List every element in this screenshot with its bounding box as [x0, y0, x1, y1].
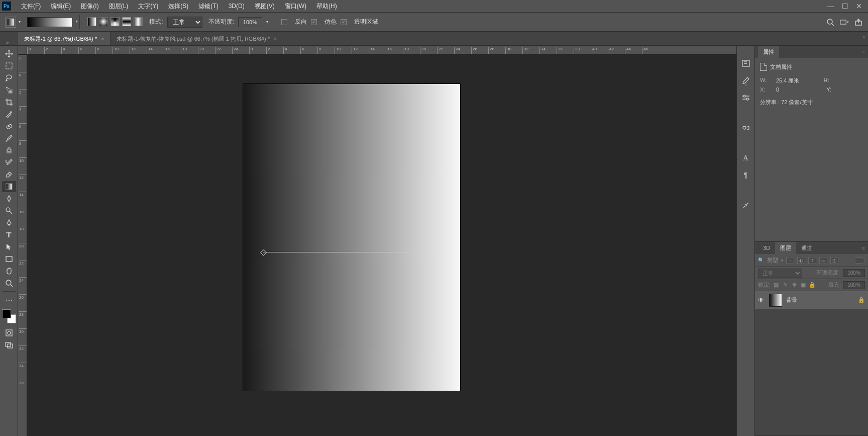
minimize-button[interactable]: — [824, 1, 838, 11]
tab-close-icon[interactable]: × [274, 36, 277, 42]
eraser-tool[interactable] [2, 169, 16, 180]
stamp-tool[interactable] [2, 145, 16, 156]
brushes-panel-icon[interactable] [740, 75, 751, 86]
filter-pixel-icon[interactable]: ▫ [786, 257, 794, 264]
search-icon[interactable] [826, 18, 835, 27]
tool-presets-panel-icon[interactable] [740, 200, 751, 211]
dodge-tool[interactable] [2, 205, 16, 216]
lock-all-icon[interactable]: 🔒 [809, 282, 816, 289]
collapse-panels-icon[interactable]: » [862, 35, 865, 40]
filter-adjustment-icon[interactable]: ◐ [797, 257, 805, 264]
quick-select-tool[interactable] [2, 84, 16, 96]
blur-tool[interactable] [2, 193, 16, 204]
diamond-gradient-button[interactable] [134, 17, 143, 26]
vertical-ruler[interactable]: 2024681012141618202224262830323436 [18, 55, 27, 436]
ruler-origin[interactable] [18, 46, 27, 55]
layer-opacity-input[interactable] [843, 269, 865, 277]
layer-blend-mode-select[interactable]: 正常 [758, 269, 802, 278]
blend-mode-select[interactable]: 正常 [167, 17, 202, 28]
layer-item-background[interactable]: 👁 背景 🔒 [755, 291, 868, 309]
menu-select[interactable]: 选择(S) [163, 0, 193, 13]
lock-artboard-icon[interactable]: ▣ [800, 282, 807, 289]
menu-image[interactable]: 图像(I) [76, 0, 103, 13]
eyedropper-tool[interactable] [2, 109, 16, 120]
type-tool[interactable]: T [2, 229, 16, 240]
panel-menu-icon[interactable]: ≡ [859, 245, 868, 251]
document-tab[interactable]: 未标题-1-恢复的-恢复的.psd @ 66.7% (椭圆 1 拷贝, RGB/… [111, 32, 283, 45]
healing-brush-tool[interactable] [2, 121, 16, 132]
layer-thumbnail[interactable] [769, 294, 782, 307]
filter-shape-icon[interactable]: ▭ [819, 257, 827, 264]
filter-type-select[interactable]: 类型 [767, 256, 778, 264]
quick-mask-button[interactable] [2, 327, 16, 338]
visibility-toggle-icon[interactable]: 👁 [758, 297, 765, 304]
share-icon[interactable] [854, 18, 863, 27]
lasso-tool[interactable] [2, 72, 16, 83]
layer-name[interactable]: 背景 [786, 296, 797, 304]
edit-toolbar-button[interactable]: ⋯ [2, 295, 16, 306]
radial-gradient-button[interactable] [99, 17, 108, 26]
channels-tab[interactable]: 通道 [796, 242, 817, 254]
lock-transparency-icon[interactable]: ▦ [773, 282, 780, 289]
transparency-checkbox[interactable] [341, 19, 347, 25]
menu-window[interactable]: 窗口(W) [280, 0, 311, 13]
color-swatches[interactable] [2, 309, 16, 323]
3d-tab[interactable]: 3D [758, 242, 775, 254]
tab-close-icon[interactable]: × [101, 36, 104, 42]
lock-pixels-icon[interactable]: ✎ [782, 282, 789, 289]
shape-tool[interactable] [2, 253, 16, 265]
menu-file[interactable]: 文件(F) [16, 0, 46, 13]
lock-position-icon[interactable]: ✥ [791, 282, 798, 289]
filter-type-icon[interactable]: T [808, 257, 816, 264]
horizontal-ruler[interactable]: 0246810121416182022240246810121416182022… [27, 46, 736, 55]
linear-gradient-button[interactable] [87, 17, 96, 26]
fill-input[interactable] [843, 281, 865, 289]
character-panel-icon[interactable]: A [740, 152, 751, 163]
menu-layer[interactable]: 图层(L) [104, 0, 134, 13]
screen-mode-button[interactable] [2, 339, 16, 351]
gradient-picker[interactable] [27, 17, 72, 27]
menu-3d[interactable]: 3D(D) [224, 0, 250, 13]
history-panel-icon[interactable] [740, 58, 751, 69]
history-brush-tool[interactable] [2, 157, 16, 168]
move-tool[interactable] [2, 48, 16, 59]
paragraph-panel-icon[interactable]: ¶ [740, 169, 751, 181]
brush-tool[interactable] [2, 133, 16, 144]
screen-mode-icon[interactable]: ▾ [840, 18, 849, 27]
layer-list: 👁 背景 🔒 [755, 291, 868, 435]
menu-view[interactable]: 视图(V) [250, 0, 280, 13]
opacity-dropdown-icon[interactable]: ▾ [266, 20, 268, 24]
document-tab-active[interactable]: 未标题-1 @ 66.7%(RGB/8#) * × [18, 32, 111, 45]
search-icon[interactable]: 🔍 [758, 257, 764, 263]
styles-panel-icon[interactable] [740, 122, 751, 133]
angle-gradient-button[interactable] [111, 17, 120, 26]
document-canvas[interactable] [243, 84, 460, 391]
pen-tool[interactable] [2, 217, 16, 228]
maximize-button[interactable]: ☐ [838, 1, 852, 11]
dither-checkbox[interactable] [311, 19, 317, 25]
document-viewport[interactable] [27, 55, 736, 436]
marquee-tool[interactable] [2, 60, 16, 71]
ruler-tick: 22 [215, 47, 221, 55]
gradient-tool[interactable] [2, 181, 16, 192]
opacity-input[interactable] [238, 17, 262, 27]
menu-type[interactable]: 文字(Y) [133, 0, 163, 13]
menu-filter[interactable]: 滤镜(T) [193, 0, 223, 13]
reflected-gradient-button[interactable] [122, 17, 131, 26]
tool-preset-picker[interactable] [5, 17, 16, 28]
zoom-tool[interactable] [2, 278, 16, 289]
filter-toggle-switch[interactable] [854, 257, 865, 264]
hand-tool[interactable] [2, 266, 16, 277]
foreground-color-swatch[interactable] [2, 309, 11, 318]
menu-edit[interactable]: 编辑(E) [46, 0, 76, 13]
path-select-tool[interactable] [2, 241, 16, 252]
panel-menu-icon[interactable]: ≡ [859, 49, 868, 55]
close-button[interactable]: ✕ [852, 1, 866, 11]
filter-smart-icon[interactable]: ◫ [830, 257, 838, 264]
adjustments-panel-icon[interactable] [740, 92, 751, 103]
properties-tab[interactable]: 属性 [758, 46, 779, 58]
menu-help[interactable]: 帮助(H) [311, 0, 342, 13]
layers-tab[interactable]: 图层 [775, 242, 796, 254]
reverse-checkbox[interactable] [281, 19, 287, 25]
crop-tool[interactable] [2, 97, 16, 108]
